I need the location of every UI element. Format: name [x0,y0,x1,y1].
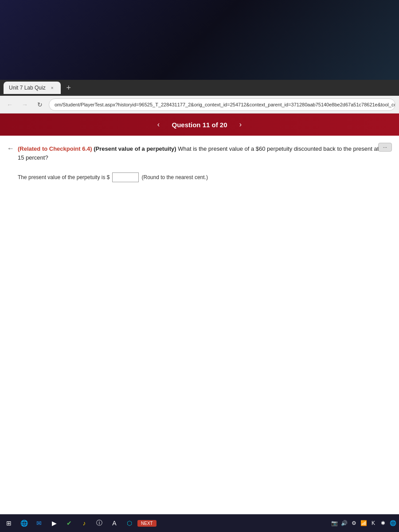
address-bar: ← → ↻ om/Student/PlayerTest.aspx?history… [0,96,399,113]
taskbar-check-icon[interactable]: ✔ [62,516,76,530]
desktop-background [0,0,399,80]
question-text: (Related to Checkpoint 6.4) (Present val… [18,145,381,162]
taskbar-extra-icon[interactable]: 🌐 [388,519,397,528]
prev-question-button[interactable]: ‹ [152,118,164,131]
browser-window: Unit 7 Lab Quiz × + ← → ↻ om/Student/Pla… [0,80,399,514]
taskbar-right-area: 📷 🔊 ⚙ 📶 K ✱ 🌐 [330,519,397,528]
taskbar-next-button[interactable]: NEXT [137,520,156,527]
taskbar-kb-icon[interactable]: K [369,519,378,528]
taskbar-mail-icon[interactable]: ✉ [32,516,46,530]
back-button[interactable]: ← [4,98,16,111]
answer-suffix: (Round to the nearest cent.) [141,174,207,180]
taskbar-system-icon4[interactable]: 📶 [359,519,368,528]
tab-close-button[interactable]: × [49,85,55,91]
page-content: ‹ Question 11 of 20 › ← ··· (Related to … [0,113,399,514]
url-text: om/Student/PlayerTest.aspx?historyid=965… [55,102,395,107]
question-area: ← ··· (Related to Checkpoint 6.4) (Prese… [0,136,399,514]
taskbar-game-icon[interactable]: ⬡ [122,516,137,530]
tools-button[interactable]: ··· [378,143,392,152]
taskbar-music-icon[interactable]: ♪ [77,516,91,530]
taskbar-media-icon[interactable]: ▶ [47,516,61,530]
taskbar-browser-icon[interactable]: 🌐 [17,516,31,530]
tab-title: Unit 7 Lab Quiz [9,85,46,91]
taskbar-system-icon1[interactable]: 📷 [330,519,339,528]
next-question-button[interactable]: › [235,118,247,131]
taskbar: ⊞ 🌐 ✉ ▶ ✔ ♪ ⓘ A ⬡ NEXT 📷 🔊 ⚙ 📶 K ✱ 🌐 [0,514,399,532]
taskbar-system-icon2[interactable]: 🔊 [340,519,348,528]
url-bar[interactable]: om/Student/PlayerTest.aspx?historyid=965… [49,98,395,111]
title-bar: Unit 7 Lab Quiz × + [0,80,399,96]
start-button[interactable]: ⊞ [2,516,16,530]
new-tab-button[interactable]: + [63,82,75,94]
sidebar-toggle-button[interactable]: ← [7,145,14,153]
question-counter: Question 11 of 20 [172,121,227,129]
reload-button[interactable]: ↻ [34,98,46,111]
answer-row: The present value of the perpetuity is $… [18,172,381,182]
taskbar-info-icon[interactable]: ⓘ [92,516,106,530]
checkpoint-label: (Related to Checkpoint 6.4) [18,145,92,152]
forward-button[interactable]: → [19,98,31,111]
browser-tab[interactable]: Unit 7 Lab Quiz × [4,82,61,94]
taskbar-letter-icon[interactable]: A [107,516,121,530]
answer-prefix: The present value of the perpetuity is $ [18,174,110,180]
answer-input[interactable] [112,172,139,182]
taskbar-settings-icon[interactable]: ✱ [379,519,387,528]
question-type-label: (Present value of a perpetuity) [94,145,176,152]
taskbar-system-icon3[interactable]: ⚙ [349,519,358,528]
quiz-header: ‹ Question 11 of 20 › [0,113,399,136]
